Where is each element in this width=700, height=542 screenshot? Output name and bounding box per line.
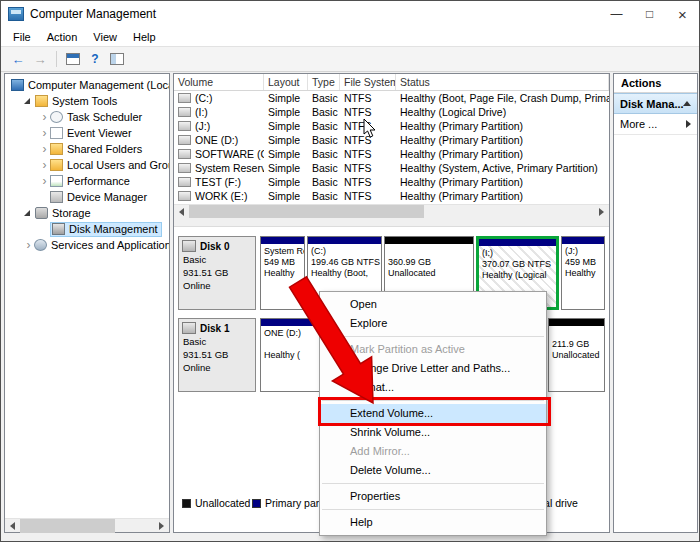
volume-fs: NTFS <box>340 161 396 175</box>
volume-row[interactable]: System Reserved Simple Basic NTFS Health… <box>174 161 609 175</box>
tree-item-device-manager[interactable]: Device Manager <box>5 189 169 205</box>
column-volume[interactable]: Volume <box>174 74 264 90</box>
chevron-collapsed-icon[interactable]: › <box>39 127 50 139</box>
volume-fs: NTFS <box>340 119 396 133</box>
menu-item-delete-volume[interactable]: Delete Volume... <box>320 461 546 480</box>
volume-row[interactable]: (I:) Simple Basic NTFS Healthy (Logical … <box>174 105 609 119</box>
actions-disk-management-section[interactable]: Disk Mana... <box>614 93 697 114</box>
volume-row[interactable]: TEST (F:) Simple Basic NTFS Healthy (Pri… <box>174 175 609 189</box>
chevron-expanded-icon[interactable] <box>24 210 30 216</box>
volume-row[interactable]: (J:) Simple Basic NTFS Healthy (Primary … <box>174 119 609 133</box>
column-type[interactable]: Type <box>308 74 340 90</box>
column-file-system[interactable]: File System <box>340 74 396 90</box>
close-button[interactable]: × <box>666 1 699 27</box>
chevron-collapsed-icon[interactable]: › <box>39 143 50 155</box>
tree-item-storage[interactable]: Storage <box>5 205 169 221</box>
disk-type: Basic <box>183 254 252 265</box>
volume-status: Healthy (Primary Partition) <box>396 189 609 203</box>
drive-icon <box>178 177 191 187</box>
scrollbar-thumb[interactable] <box>189 205 424 219</box>
volume-type: Basic <box>308 133 340 147</box>
partition-name: System Reserved <box>261 246 304 257</box>
menu-separator <box>322 509 544 510</box>
tree-item-disk-management[interactable]: Disk Management <box>5 221 169 237</box>
chevron-expanded-icon[interactable] <box>24 98 30 104</box>
maximize-button[interactable]: □ <box>633 1 666 27</box>
volume-list-horizontal-scrollbar[interactable] <box>174 204 609 218</box>
actions-panel: Actions Disk Mana... More ... <box>613 73 698 533</box>
tree-item-local-users-groups[interactable]: › Local Users and Groups <box>5 157 169 173</box>
volume-row[interactable]: WORK (E:) Simple Basic NTFS Healthy (Pri… <box>174 189 609 203</box>
tree-item-computer-management[interactable]: Computer Management (Local <box>5 77 169 93</box>
disk0-label[interactable]: Disk 0 Basic 931.51 GB Online <box>178 236 256 310</box>
help-icon[interactable]: ? <box>84 49 106 69</box>
volume-row[interactable]: (C:) Simple Basic NTFS Healthy (Boot, Pa… <box>174 91 609 105</box>
legend-label: Unallocated <box>195 497 250 509</box>
menu-item-help[interactable]: Help <box>320 513 546 532</box>
menu-view[interactable]: View <box>85 27 125 46</box>
scroll-right-icon[interactable] <box>594 205 609 219</box>
tree-item-event-viewer[interactable]: › Event Viewer <box>5 125 169 141</box>
drive-icon <box>178 107 191 117</box>
chevron-collapsed-icon[interactable]: › <box>23 239 34 251</box>
volume-row[interactable]: SOFTWARE (G:) Simple Basic NTFS Healthy … <box>174 147 609 161</box>
minimize-button[interactable]: — <box>600 1 633 27</box>
tree-item-services-applications[interactable]: › Services and Applications <box>5 237 169 253</box>
scroll-left-icon[interactable] <box>5 519 20 533</box>
volume-row[interactable]: ONE (D:) Simple Basic NTFS Healthy (Prim… <box>174 133 609 147</box>
collapse-icon[interactable] <box>683 101 691 106</box>
menu-item-explore[interactable]: Explore <box>320 314 546 333</box>
partition-name <box>549 328 604 339</box>
volume-status: Healthy (Boot, Page File, Crash Dump, Pr… <box>396 91 609 105</box>
volume-type: Basic <box>308 161 340 175</box>
tree-item-shared-folders[interactable]: › Shared Folders <box>5 141 169 157</box>
column-status[interactable]: Status <box>396 74 609 90</box>
chevron-collapsed-icon[interactable]: › <box>39 175 50 187</box>
column-layout[interactable]: Layout <box>264 74 308 90</box>
partition-color-bar <box>308 237 381 244</box>
menu-item-change-drive-letter[interactable]: Change Drive Letter and Paths... <box>320 359 546 378</box>
volume-type: Basic <box>308 119 340 133</box>
console-tree-icon[interactable] <box>106 49 128 69</box>
forward-arrow-icon[interactable]: → <box>29 49 51 69</box>
tree-item-performance[interactable]: › Performance <box>5 173 169 189</box>
drive-icon <box>178 191 191 201</box>
volume-type: Basic <box>308 105 340 119</box>
actions-more[interactable]: More ... <box>614 114 697 135</box>
pane-splitter[interactable] <box>174 218 609 227</box>
partition-color-bar <box>261 237 304 244</box>
storage-icon <box>35 207 48 219</box>
actions-disk-management-label: Disk Mana... <box>620 98 684 110</box>
menu-item-open[interactable]: Open <box>320 295 546 314</box>
scroll-left-icon[interactable] <box>174 205 189 219</box>
chevron-collapsed-icon[interactable]: › <box>39 111 50 123</box>
window-title: Computer Management <box>30 7 156 21</box>
partition-size: 211.9 GB <box>549 339 604 350</box>
partition-name: (I:) <box>479 248 556 259</box>
menu-item-properties[interactable]: Properties <box>320 487 546 506</box>
menu-file[interactable]: File <box>5 27 39 46</box>
menu-item-format[interactable]: Format... <box>320 378 546 397</box>
tree-horizontal-scrollbar[interactable] <box>5 518 169 532</box>
tree-item-system-tools[interactable]: System Tools <box>5 93 169 109</box>
back-arrow-icon[interactable]: ← <box>7 49 29 69</box>
partition-unallocated-disk1[interactable]: 211.9 GB Unallocated <box>548 318 605 392</box>
menu-action[interactable]: Action <box>39 27 86 46</box>
partition-j[interactable]: (J:) 459 MB Healthy <box>561 236 605 310</box>
scrollbar-thumb[interactable] <box>20 519 115 533</box>
menu-bar: File Action View Help <box>1 27 699 47</box>
tree-item-task-scheduler[interactable]: › Task Scheduler <box>5 109 169 125</box>
partition-system-reserved[interactable]: System Reserved 549 MB Healthy <box>260 236 305 310</box>
menu-help[interactable]: Help <box>125 27 164 46</box>
annotation-highlight-box <box>318 397 551 426</box>
volume-layout: Simple <box>264 133 308 147</box>
disk1-label[interactable]: Disk 1 Basic 931.51 GB Online <box>178 318 256 392</box>
chevron-collapsed-icon[interactable]: › <box>39 159 50 171</box>
show-window-icon[interactable] <box>62 49 84 69</box>
actions-more-label: More ... <box>620 118 657 130</box>
unallocated-swatch-icon <box>182 499 191 508</box>
menu-item-add-mirror: Add Mirror... <box>320 442 546 461</box>
volume-fs: NTFS <box>340 91 396 105</box>
scroll-right-icon[interactable] <box>154 519 169 533</box>
performance-icon <box>50 175 63 187</box>
